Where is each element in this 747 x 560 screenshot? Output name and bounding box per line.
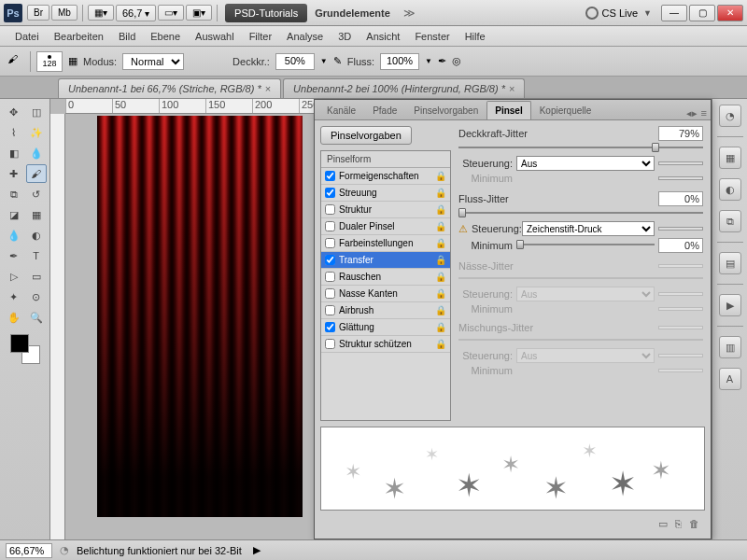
minimize-button[interactable]: —	[661, 5, 687, 21]
brush-option-checkbox[interactable]	[325, 305, 335, 315]
brush-option-checkbox[interactable]	[325, 322, 335, 332]
brush-option-row[interactable]: Dualer Pinsel🔒	[321, 218, 450, 235]
brush-option-checkbox[interactable]	[325, 238, 335, 248]
3d-camera-tool[interactable]: ⊙	[26, 287, 47, 306]
chevron-down-icon[interactable]: ▼	[320, 57, 328, 65]
foreground-color[interactable]	[10, 334, 29, 353]
blend-mode-select[interactable]: Normal	[122, 53, 184, 70]
marquee-tool[interactable]: ◫	[26, 103, 47, 121]
eraser-tool[interactable]: ◪	[4, 205, 24, 224]
brush-option-checkbox[interactable]	[325, 255, 335, 265]
lock-icon[interactable]: 🔒	[435, 188, 446, 198]
lock-icon[interactable]: 🔒	[435, 238, 446, 248]
wand-tool[interactable]: ✨	[26, 123, 47, 142]
flow-control-select[interactable]: Zeichenstift-Druck	[522, 221, 655, 236]
styles-panel-icon[interactable]: ⧉	[719, 210, 741, 232]
crop-tool[interactable]: ◧	[4, 144, 24, 162]
close-icon[interactable]: ×	[265, 83, 271, 94]
type-tool[interactable]: T	[26, 246, 47, 265]
menu-analyse[interactable]: Analyse	[279, 31, 331, 42]
document-tab[interactable]: Unbenannt-2 bei 100% (Hintergrund, RGB/8…	[283, 78, 525, 98]
brush-tool[interactable]: 🖌	[26, 164, 47, 183]
flow-jitter-value[interactable]: 0%	[658, 191, 703, 206]
tab-pfade[interactable]: Pfade	[364, 101, 405, 119]
eyedropper-tool[interactable]: 💧	[26, 144, 47, 162]
history-panel-icon[interactable]: ▶	[719, 294, 741, 316]
lock-icon[interactable]: 🔒	[435, 305, 446, 315]
flow-min-value[interactable]: 0%	[658, 238, 703, 253]
layers-panel-icon[interactable]: ▤	[719, 252, 741, 274]
flow-jitter-slider[interactable]	[458, 208, 703, 217]
zoom-level[interactable]: 66,7 ▾	[116, 5, 156, 21]
dodge-tool[interactable]: ◐	[26, 226, 47, 245]
brush-option-row[interactable]: Streuung🔒	[321, 185, 450, 202]
maximize-button[interactable]: ▢	[689, 5, 715, 21]
opacity-jitter-slider[interactable]	[458, 143, 703, 152]
brush-option-row[interactable]: Formeigenschaften🔒	[321, 168, 450, 185]
tablet-size-icon[interactable]: ◎	[452, 55, 461, 67]
menu-hilfe[interactable]: Hilfe	[458, 31, 493, 42]
menu-ansicht[interactable]: Ansicht	[359, 31, 407, 42]
brush-option-checkbox[interactable]	[325, 272, 335, 282]
paragraph-panel-icon[interactable]: ▥	[719, 336, 741, 358]
ruler-vertical[interactable]	[50, 114, 65, 539]
arrange-button[interactable]: ▭▾	[158, 5, 184, 21]
brush-option-checkbox[interactable]	[325, 339, 335, 349]
brush-option-row[interactable]: Glättung🔒	[321, 319, 450, 336]
heal-tool[interactable]: ✚	[4, 164, 24, 183]
history-brush-tool[interactable]: ↺	[26, 185, 47, 203]
gradient-tool[interactable]: ▦	[26, 205, 47, 224]
brush-option-row[interactable]: Farbeinstellungen🔒	[321, 235, 450, 252]
info-icon[interactable]: ◔	[60, 544, 69, 556]
brush-option-row[interactable]: Transfer🔒	[321, 252, 450, 269]
close-button[interactable]: ✕	[717, 5, 743, 21]
zoom-field[interactable]: 66,67%	[6, 543, 52, 558]
brush-option-row[interactable]: Struktur🔒	[321, 202, 450, 218]
lock-icon[interactable]: 🔒	[435, 322, 446, 332]
workspace-label[interactable]: Grundelemente	[307, 4, 398, 22]
color-panel-icon[interactable]: ◔	[719, 105, 741, 127]
workspace-more-icon[interactable]: ≫	[403, 7, 416, 20]
brush-option-checkbox[interactable]	[325, 188, 335, 198]
3d-tool[interactable]: ✦	[4, 287, 24, 306]
menu-bearbeiten[interactable]: Bearbeiten	[47, 31, 111, 42]
menu-filter[interactable]: Filter	[242, 31, 279, 42]
flow-input[interactable]: 100%	[380, 53, 419, 70]
tab-kanaele[interactable]: Kanäle	[318, 101, 364, 119]
path-select-tool[interactable]: ▷	[4, 267, 24, 286]
zoom-tool[interactable]: 🔍	[26, 308, 47, 327]
panel-menu-icon[interactable]: ≡	[701, 107, 707, 119]
close-icon[interactable]: ×	[509, 83, 514, 94]
brush-option-checkbox[interactable]	[325, 204, 335, 215]
brush-panel-toggle[interactable]: ▦	[68, 55, 78, 67]
lock-icon[interactable]: 🔒	[435, 272, 446, 282]
lock-icon[interactable]: 🔒	[435, 221, 446, 231]
screen-mode-button[interactable]: ▣▾	[186, 5, 212, 21]
menu-ebene[interactable]: Ebene	[143, 31, 188, 42]
list-header[interactable]: Pinselform	[321, 151, 450, 168]
character-panel-icon[interactable]: A	[719, 368, 741, 390]
tab-pinselvorgaben[interactable]: Pinselvorgaben	[405, 101, 486, 119]
toggle-preview-icon[interactable]: ▭	[658, 518, 668, 530]
brush-option-checkbox[interactable]	[325, 171, 335, 181]
menu-3d[interactable]: 3D	[331, 31, 359, 42]
lock-icon[interactable]: 🔒	[435, 171, 446, 181]
flow-min-slider[interactable]	[516, 240, 655, 249]
tab-pinsel[interactable]: Pinsel	[486, 101, 530, 119]
lasso-tool[interactable]: ⌇	[4, 123, 24, 142]
blur-tool[interactable]: 💧	[4, 226, 24, 245]
tablet-opacity-icon[interactable]: ✎	[333, 55, 342, 67]
menu-fenster[interactable]: Fenster	[407, 31, 457, 42]
shape-tool[interactable]: ▭	[26, 267, 47, 286]
lock-icon[interactable]: 🔒	[435, 255, 446, 265]
chevron-down-icon[interactable]: ▼	[425, 57, 432, 65]
lock-icon[interactable]: 🔒	[435, 204, 446, 215]
move-tool[interactable]: ✥	[4, 103, 24, 121]
menu-datei[interactable]: Datei	[7, 31, 47, 42]
menu-auswahl[interactable]: Auswahl	[188, 31, 242, 42]
hand-tool[interactable]: ✋	[4, 308, 24, 327]
opacity-input[interactable]: 50%	[275, 53, 315, 70]
brush-option-row[interactable]: Rauschen🔒	[321, 269, 450, 286]
cslive-button[interactable]: CS Live ▼	[585, 7, 654, 20]
trash-icon[interactable]: 🗑	[689, 518, 699, 529]
